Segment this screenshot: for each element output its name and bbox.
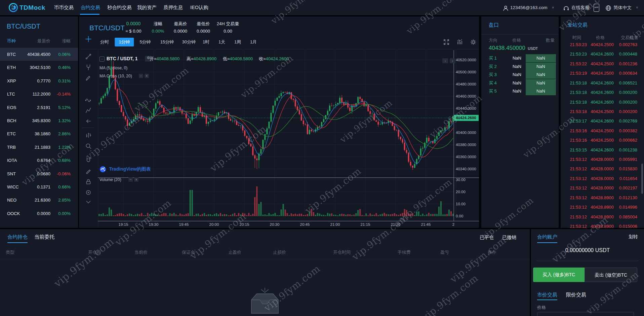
ma-hide-icon[interactable]: – xyxy=(139,74,143,78)
coin-row-ETH[interactable]: ETH3042.51000.46% xyxy=(0,61,78,74)
positions-header-9: 操作 xyxy=(488,249,496,255)
buy-long-button[interactable]: 买入 (做多)BTC xyxy=(533,268,585,282)
chart-fullscreen-icon[interactable] xyxy=(443,39,450,45)
coin-row-IOTA[interactable]: IOTA0.67640.68% xyxy=(0,154,78,167)
logo-text[interactable]: TDMock xyxy=(19,0,45,15)
orderbook-qty: NaN xyxy=(526,71,556,79)
orderbook-row-3[interactable]: 买 3NaNNaN xyxy=(481,71,559,79)
coin-row-LTC[interactable]: LTC112.2000-0.14% xyxy=(0,87,78,101)
orderbook-side: 买 4 xyxy=(489,79,497,87)
transfer-button[interactable]: 划转 xyxy=(629,234,638,240)
tool-edit-pencil-icon[interactable] xyxy=(85,167,92,175)
coin-row-WICC[interactable]: WICC0.13710.66% xyxy=(0,180,78,194)
coin-row-BTC[interactable]: BTC40438.45000.06% xyxy=(0,48,78,61)
tool-pitchfork-icon[interactable] xyxy=(85,64,92,71)
tool-target-icon[interactable] xyxy=(85,189,92,196)
tool-lock-icon[interactable] xyxy=(85,178,92,185)
chart-settings-icon[interactable] xyxy=(470,39,477,45)
tool-zoom-icon[interactable] xyxy=(85,142,92,150)
timeframe-1天[interactable]: 1天 xyxy=(218,38,225,46)
candlestick-chart[interactable]: 40520.000040500.000040480.000040460.0000… xyxy=(79,16,479,228)
positions-header-7: 手续费 xyxy=(398,249,411,255)
language-switcher[interactable]: 简体中文 xyxy=(613,0,632,15)
nav-item-5[interactable]: IEO认购 xyxy=(190,0,208,15)
nav-item-2[interactable]: 秒合约交易 xyxy=(107,0,132,15)
tool-brush-icon[interactable] xyxy=(85,74,92,82)
nav-item-3[interactable]: 我的资产 xyxy=(137,0,157,15)
tool-wave-pattern-icon[interactable] xyxy=(85,96,92,103)
coin-price: 0.0680 xyxy=(37,167,50,180)
orderbook-qty: NaN xyxy=(526,63,556,71)
tab-current-orders[interactable]: 当前委托 xyxy=(34,234,54,240)
tool-collapse-left-icon[interactable] xyxy=(85,117,92,125)
trade-price: 40424.2600 xyxy=(589,78,614,88)
price-input[interactable] xyxy=(537,312,634,316)
orderbook-row-1[interactable]: 买 1NaNNaN xyxy=(481,54,559,63)
tool-crosshair-icon[interactable] xyxy=(85,35,92,43)
trade-time: 21:53:23 xyxy=(565,49,587,59)
tool-forecast-icon[interactable] xyxy=(85,107,92,114)
tab-limit-order[interactable]: 限价交易 xyxy=(566,292,586,298)
timeframe-分时[interactable]: 分时 xyxy=(100,38,109,46)
tool-magnet-icon[interactable] xyxy=(85,156,92,164)
tab-contract-positions[interactable]: 合约持仓 xyxy=(7,234,28,243)
trade-price: 40428.8900 xyxy=(589,212,614,222)
coin-symbol: ETH xyxy=(7,61,16,74)
chart-indicator-icon[interactable] xyxy=(456,39,463,45)
tradingview-attribution[interactable]: TradingView的图表 xyxy=(99,166,151,173)
logo-icon[interactable] xyxy=(9,3,18,13)
user-email[interactable]: 123456@163.com xyxy=(510,0,548,15)
nav-item-4[interactable]: 质押生息 xyxy=(163,0,183,15)
orderbook-row-2[interactable]: 买 2NaNNaN xyxy=(481,63,559,71)
coin-row-BCH[interactable]: BCH345.83001.32% xyxy=(0,114,78,127)
sell-short-button[interactable]: 卖出 (做空)BTC xyxy=(585,268,637,282)
svg-text:21:5: 21:5 xyxy=(452,222,460,226)
tool-text-icon[interactable]: T xyxy=(85,85,92,93)
scale-updown-icon[interactable]: ↕ xyxy=(450,58,455,63)
nav-item-0[interactable]: 币币交易 xyxy=(54,0,74,15)
orderbook-header-price: 价格 xyxy=(512,37,521,43)
orderbook-price: NaN xyxy=(508,54,526,63)
timeframe-1月[interactable]: 1月 xyxy=(250,38,257,46)
trade-time: 21:53:16 xyxy=(565,136,587,145)
online-support-link[interactable]: 在线客服 xyxy=(571,0,590,15)
coin-row-XRP[interactable]: XRP0.77700.31% xyxy=(0,74,78,87)
svg-text:21:45: 21:45 xyxy=(421,222,431,226)
orderbook-row-5[interactable]: 买 5NaNNaN xyxy=(481,87,559,96)
orderbook-row-4[interactable]: 买 4NaNNaN xyxy=(481,79,559,87)
timeframe-1时[interactable]: 1时 xyxy=(203,38,209,46)
coin-row-SNT[interactable]: SNT0.0680-0.06% xyxy=(0,167,78,180)
timeframe-30分钟[interactable]: 30分钟 xyxy=(182,38,196,46)
cancelled-orders-button[interactable]: 已撤销 xyxy=(502,235,516,241)
tool-bar-pattern-icon[interactable] xyxy=(85,132,92,139)
timeframe-15分钟[interactable]: 15分钟 xyxy=(160,38,174,46)
volume-close-icon[interactable]: x xyxy=(134,177,138,182)
nav-item-1[interactable]: 合约交易 xyxy=(81,0,100,15)
trade-time: 21:53:19 xyxy=(565,69,587,78)
coin-row-EOS[interactable]: EOS2.51915.12% xyxy=(0,101,78,114)
coin-row-NEO[interactable]: NEO21.63002.85% xyxy=(0,194,78,207)
coin-row-ETC[interactable]: ETC38.18602.86% xyxy=(0,127,78,140)
timeframe-1分钟[interactable]: 1分钟 xyxy=(115,38,134,46)
ohlc-value: 40408.5800 xyxy=(157,56,180,61)
legend-collapse-icon[interactable]: − xyxy=(99,57,105,62)
coin-row-TRB[interactable]: TRB21.18831.22% xyxy=(0,141,78,154)
coin-row-OOCK[interactable]: OOCK0.00000.00% xyxy=(0,207,78,220)
coin-price: 0.7770 xyxy=(37,74,50,87)
trade-time: 21:53:15 xyxy=(565,145,587,155)
scale-down-icon[interactable]: ↓ xyxy=(442,58,448,63)
trade-qty: 0.000200 xyxy=(615,107,637,116)
trade-time: 21:53:18 xyxy=(565,107,587,116)
ma-close-icon[interactable]: x xyxy=(145,74,149,78)
app-download-icon[interactable]: APP xyxy=(594,4,599,12)
trade-qty: 0.000200 xyxy=(615,98,637,107)
closed-positions-button[interactable]: 已平仓 xyxy=(480,235,494,241)
tool-chevron-down-icon[interactable] xyxy=(85,198,92,206)
tab-market-order[interactable]: 市价交易 xyxy=(537,292,557,300)
orderbook-qty: NaN xyxy=(526,79,556,87)
tool-trend-line-icon[interactable] xyxy=(85,53,92,60)
timeframe-5分钟[interactable]: 5分钟 xyxy=(139,38,151,46)
volume-hide-icon[interactable]: – xyxy=(128,177,133,182)
tab-contract-account[interactable]: 合约账户 xyxy=(537,234,557,243)
timeframe-1周[interactable]: 1周 xyxy=(234,38,241,46)
